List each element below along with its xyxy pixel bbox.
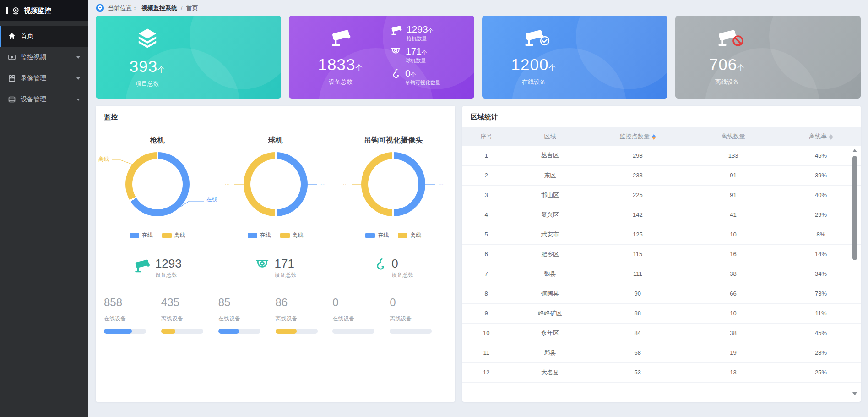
table-cell: 7	[462, 264, 510, 284]
table-row[interactable]: 1丛台区29813345%	[462, 146, 861, 165]
sort-carets-icon[interactable]	[652, 134, 656, 140]
sidebar-item-recording[interactable]: 录像管理	[0, 68, 88, 89]
sort-carets-icon[interactable]	[829, 134, 833, 140]
table-row[interactable]: 6肥乡区1151614%	[462, 244, 861, 264]
scroll-down-icon[interactable]	[852, 392, 857, 395]
chart-legend[interactable]: 在线 离线	[334, 231, 452, 239]
table-cell: 84	[590, 323, 685, 343]
monitor-panel: 监控 枪机 离线 在线 在线	[96, 106, 455, 402]
table-cell: 90	[590, 284, 685, 303]
sub-value: 0个	[405, 68, 440, 78]
scrollbar-thumb[interactable]	[852, 156, 857, 260]
table-row[interactable]: 10永年区843845%	[462, 323, 861, 343]
table-cell: 225	[590, 185, 685, 205]
legend-label: 离线	[410, 231, 421, 239]
total-label: 设备总数	[155, 272, 182, 278]
sidebar-item-monitor-video[interactable]: 监控视频	[0, 47, 88, 68]
card-value: 1200个	[499, 55, 568, 74]
donut-chart[interactable]	[244, 152, 308, 216]
sidebar-item-label: 设备管理	[21, 95, 46, 104]
chart-legend[interactable]: 在线 离线	[217, 231, 335, 239]
table-cell: 233	[590, 165, 685, 185]
device-icon	[8, 96, 16, 103]
table-row[interactable]: 5武安市125108%	[462, 225, 861, 244]
table-cell: 88	[590, 303, 685, 323]
table-scrollbar[interactable]	[852, 149, 857, 395]
total-label: 设备总数	[275, 272, 297, 278]
table-cell: 73%	[781, 284, 861, 303]
col-seq: 序号	[462, 127, 510, 146]
table-row[interactable]: 11邱县681928%	[462, 343, 861, 362]
device-breakdown: 1293个 枪机数量 171个 球机数量 0个 吊钩可视化数量	[390, 24, 462, 85]
breadcrumb-current[interactable]: 首页	[186, 4, 198, 12]
table-cell: 东区	[510, 165, 590, 185]
gun-camera-icon	[390, 24, 402, 35]
progress-bar	[218, 329, 260, 334]
main-content: 当前位置： 视频监控系统 / 首页 393个 项目总数 1833个 设备总数	[88, 0, 868, 417]
stat-online: 85在线设备	[218, 296, 276, 323]
donut-chart[interactable]	[361, 152, 425, 216]
table-row[interactable]: 12大名县531325%	[462, 362, 861, 382]
table-row[interactable]: 4复兴区1424129%	[462, 205, 861, 225]
table-row[interactable]: 9峰峰矿区881011%	[462, 303, 861, 323]
table-row[interactable]: 8馆陶县906673%	[462, 284, 861, 303]
table-cell: 8%	[781, 225, 861, 244]
table-cell: 1	[462, 146, 510, 165]
panels-row: 监控 枪机 离线 在线 在线	[96, 106, 861, 402]
legend-online-swatch	[248, 233, 257, 238]
logo-divider	[6, 7, 8, 14]
stat-online: 0在线设备	[332, 296, 390, 323]
col-monitor-points-sortable[interactable]: 监控点数量	[590, 127, 685, 146]
table-cell: 25%	[781, 362, 861, 382]
table-cell: 13	[685, 362, 781, 382]
stat-offline: 86离线设备	[276, 296, 333, 323]
table-cell: 91	[685, 165, 781, 185]
progress-bar	[332, 329, 374, 334]
cctv-camera-icon	[330, 27, 352, 47]
table-cell: 邯山区	[510, 185, 590, 205]
table-cell: 3	[462, 185, 510, 205]
callout-line	[352, 183, 363, 186]
online-callout-label: …	[320, 180, 326, 187]
sub-value: 1293个	[407, 24, 434, 34]
sidebar-item-home[interactable]: 首页	[0, 26, 88, 47]
callout-line	[111, 158, 136, 166]
table-cell: 142	[590, 205, 685, 225]
card-label: 离线设备	[693, 78, 761, 86]
card-device-total[interactable]: 1833个 设备总数 1293个 枪机数量 171个 球机数量	[289, 16, 474, 99]
sub-label: 吊钩可视化数量	[405, 80, 440, 85]
table-row[interactable]: 2东区2339139%	[462, 165, 861, 185]
sidebar-item-devices[interactable]: 设备管理	[0, 89, 88, 110]
online-callout-label: …	[438, 180, 444, 187]
breadcrumb-root[interactable]: 视频监控系统	[141, 4, 177, 12]
dome-camera-icon	[255, 258, 270, 270]
chevron-down-icon	[76, 99, 80, 101]
chart-legend[interactable]: 在线 离线	[98, 231, 217, 239]
col-offline-rate-sortable[interactable]: 离线率	[781, 127, 861, 146]
card-project-total[interactable]: 393个 项目总数	[96, 16, 281, 99]
legend-offline-swatch	[280, 233, 290, 238]
chevron-down-icon	[76, 77, 80, 80]
chart-dome-camera: 球机 … … 在线 离线	[217, 129, 335, 280]
card-online-devices[interactable]: 1200个 在线设备	[482, 16, 667, 99]
card-label: 设备总数	[306, 78, 375, 86]
table-cell: 45%	[781, 146, 861, 165]
legend-offline-swatch	[162, 233, 172, 238]
table-cell: 6	[462, 244, 510, 264]
table-cell: 馆陶县	[510, 284, 590, 303]
table-cell: 29%	[781, 205, 861, 225]
chart-title: 球机	[217, 136, 335, 145]
table-row[interactable]: 3邯山区2259140%	[462, 185, 861, 205]
legend-label: 离线	[293, 231, 304, 239]
device-stats: 858在线设备 435离线设备 85在线设备 86离线设备 0在线设备 0离线设…	[96, 296, 455, 323]
table-row[interactable]: 7魏县1113834%	[462, 264, 861, 284]
card-offline-devices[interactable]: 706个 离线设备	[675, 16, 861, 99]
scroll-up-icon[interactable]	[852, 149, 857, 152]
callout-line	[234, 183, 245, 186]
card-value: 393个	[113, 57, 182, 76]
callout-line	[424, 183, 435, 186]
ban-icon	[732, 34, 744, 47]
online-callout-label: 在线	[206, 196, 217, 203]
monitor-panel-title: 监控	[96, 106, 455, 127]
sidebar-item-label: 首页	[21, 32, 33, 40]
